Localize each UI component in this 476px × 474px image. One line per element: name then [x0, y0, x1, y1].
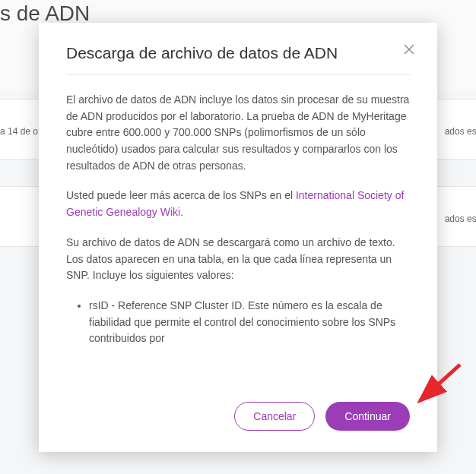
- p2-tail: .: [180, 206, 183, 218]
- row-text-right: ados est: [445, 213, 476, 224]
- snp-link-paragraph: Usted puede leer más acerca de los SNPs …: [66, 188, 410, 220]
- modal-title: Descarga de archivo de datos de ADN: [66, 44, 410, 62]
- modal-body-scroll[interactable]: El archivo de datos de ADN incluye los d…: [39, 75, 437, 387]
- download-desc-paragraph: Su archivo de datos de ADN se descargará…: [66, 235, 410, 284]
- modal-header: Descarga de archivo de datos de ADN: [39, 23, 437, 74]
- close-button[interactable]: [401, 41, 417, 58]
- list-item: rsID - Reference SNP Cluster ID. Este nú…: [89, 298, 410, 347]
- row-text-right: ados est: [445, 126, 476, 137]
- continue-button[interactable]: Continuar: [325, 402, 410, 431]
- intro-paragraph: El archivo de datos de ADN incluye los d…: [66, 92, 410, 174]
- row-text-left: a 14 de o: [0, 126, 38, 137]
- cancel-button[interactable]: Cancelar: [234, 402, 315, 431]
- modal-footer: Cancelar Continuar: [39, 387, 437, 452]
- close-icon: [404, 44, 414, 55]
- values-list: rsID - Reference SNP Cluster ID. Este nú…: [66, 298, 410, 347]
- p2-lead: Usted puede leer más acerca de los SNPs …: [66, 189, 296, 201]
- modal-body-wrap: El archivo de datos de ADN incluye los d…: [39, 75, 437, 387]
- download-dna-data-modal: Descarga de archivo de datos de ADN El a…: [39, 23, 437, 452]
